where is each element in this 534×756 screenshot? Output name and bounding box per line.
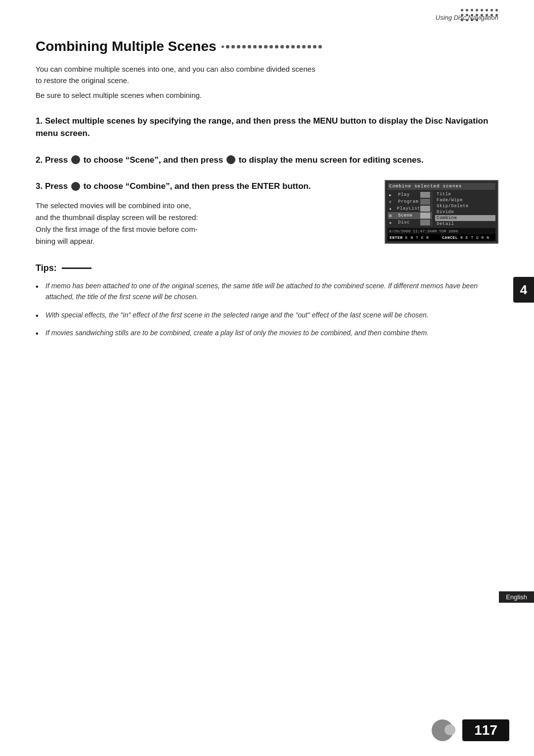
title-dot-decoration (222, 45, 322, 48)
page-number: 117 (462, 719, 509, 741)
dvd-thumbnail-1 (420, 192, 430, 198)
tips-section: Tips: If memo has been attached to one o… (36, 263, 498, 339)
dvd-thumbnail-3 (420, 206, 430, 212)
dvd-thumbnail-2 (420, 199, 430, 205)
tips-line-decoration (62, 267, 91, 269)
circle-bullet-icon-2 (226, 155, 235, 164)
step-2-pre: Press (45, 155, 70, 165)
intro-line1: You can combine multiple scenes into one… (36, 65, 315, 73)
step-2: 2. Press to choose “Scene”, and then pre… (36, 154, 498, 167)
dvd-right-detail: Detail (435, 221, 495, 227)
step-3-number: 3. (36, 181, 43, 191)
dvd-enter-bar: ENTER E N T E R CANCEL R E T U R N (388, 234, 495, 241)
step-1-label: Select multiple scenes by specifying the… (36, 116, 488, 138)
intro-paragraph: You can combine multiple scenes into one… (36, 63, 498, 87)
dvd-screen: Combine selected scenes ▶ Play ≡ (385, 180, 498, 244)
dvd-left-menu: ▶ Play ≡ Program (388, 191, 432, 227)
circle-bullet-icon (71, 155, 80, 164)
dvd-right-skipdelete: Skip/Delete (435, 203, 495, 209)
intro-line3: Be sure to select multiple scenes when c… (36, 89, 498, 101)
page-container: Using Disc Navigation 4 Combining Multip… (0, 0, 534, 756)
dvd-menu-label-playlist: PlayList (397, 206, 420, 211)
intro-line2: to restore the original scene. (36, 76, 129, 85)
tip-text-2: With special effects, the "in" effect of… (45, 311, 429, 319)
dvd-thumbnail-4 (420, 213, 430, 219)
tip-item-3: If movies sandwiching stills are to be c… (36, 327, 498, 338)
dvd-menu-row-disc: ◈ Disc (388, 219, 432, 226)
scene-icon: ⊞ (389, 214, 398, 218)
dvd-menu-label-disc: Disc (398, 220, 410, 225)
dvd-menu-row-program: ≡ Program (388, 198, 432, 205)
tips-label: Tips: (36, 263, 57, 273)
step-3-description: The selected movies will be combined int… (36, 200, 370, 247)
step-2-number: 2. (36, 155, 43, 165)
program-icon: ≡ (389, 200, 398, 204)
step-3-desc-line4: bining will appear. (36, 237, 94, 245)
chapter-tab: 4 (513, 277, 534, 303)
tip-text-3: If movies sandwiching stills are to be c… (45, 329, 429, 337)
circle-bullet-icon-3 (71, 182, 80, 191)
dvd-menu-row-play: ▶ Play (388, 191, 432, 198)
dvd-right-divide: Divide (435, 209, 495, 215)
step-3-pre: Press (45, 181, 70, 191)
dvd-screenshot: Combine selected scenes ▶ Play ≡ (385, 180, 498, 244)
footer-circle-decoration (432, 721, 457, 739)
dvd-right-title: Title (435, 191, 495, 197)
step-1-number: 1. (36, 116, 43, 126)
dvd-right-combine: Combine (435, 215, 495, 221)
step-3-desc-line1: The selected movies will be combined int… (36, 201, 191, 210)
dvd-menu-label-program: Program (398, 199, 418, 204)
enter-key-label: ENTER (390, 235, 403, 240)
section-label: Using Disc Navigation (436, 14, 498, 21)
cancel-label: R E T U R N (460, 235, 489, 240)
dvd-menu-label-scene: Scene (398, 213, 413, 218)
dvd-status-bar: 8/20/2000 11:47:34AM TOM 2000 (388, 228, 495, 234)
tip-item-1: If memo has been attached to one of the … (36, 280, 498, 303)
dvd-screen-title: Combine selected scenes (388, 183, 495, 190)
dvd-status-text: 8/20/2000 11:47:34AM TOM 2000 (389, 229, 458, 233)
play-icon: ▶ (389, 193, 398, 197)
step-3-label: 3. Press to choose “Combine”, and then p… (36, 180, 370, 193)
step-1: 1. Select multiple scenes by specifying … (36, 115, 498, 140)
chapter-number: 4 (520, 282, 527, 298)
section-header: Using Disc Navigation (436, 14, 498, 21)
english-badge: English (499, 591, 534, 603)
tip-item-2: With special effects, the "in" effect of… (36, 310, 498, 320)
dvd-thumbnail-5 (420, 220, 430, 225)
dvd-menu-row-scene: ⊞ Scene (388, 212, 432, 219)
page-title: Combining Multiple Scenes (36, 39, 498, 54)
dvd-menu-label-play: Play (398, 192, 410, 197)
step-3-container: 3. Press to choose “Combine”, and then p… (36, 180, 498, 247)
step-3-desc-line3: Only the first image of the first movie … (36, 225, 198, 233)
page-footer: 117 (432, 719, 509, 741)
step-3-mid: to choose “Combine”, and then press the … (84, 181, 311, 191)
playlist-icon: ♦ (389, 207, 397, 211)
title-text: Combining Multiple Scenes (36, 39, 217, 54)
dvd-right-fadewipe: Fade/Wipe (435, 197, 495, 203)
small-circle (445, 724, 455, 735)
dvd-right-menu: Title Fade/Wipe Skip/Delete Divide Combi… (433, 191, 495, 227)
step-3-desc-line2: and the thumbnail display screen will be… (36, 213, 198, 222)
step-2-mid: to choose “Scene”, and then press (84, 155, 223, 165)
step-2-post: to display the menu screen for editing s… (239, 155, 424, 165)
disc-icon: ◈ (389, 221, 398, 225)
enter-label: E N T E R (405, 235, 440, 240)
step-1-text: 1. Select multiple scenes by specifying … (36, 115, 498, 140)
cancel-key-label: CANCEL (442, 235, 458, 240)
dvd-menu-row-playlist: ♦ PlayList (388, 205, 432, 212)
tips-header: Tips: (36, 263, 498, 273)
tip-text-1: If memo has been attached to one of the … (45, 282, 478, 301)
dvd-menu-columns: ▶ Play ≡ Program (388, 191, 495, 227)
step-3-left: 3. Press to choose “Combine”, and then p… (36, 180, 370, 247)
step-2-text: 2. Press to choose “Scene”, and then pre… (36, 154, 498, 167)
